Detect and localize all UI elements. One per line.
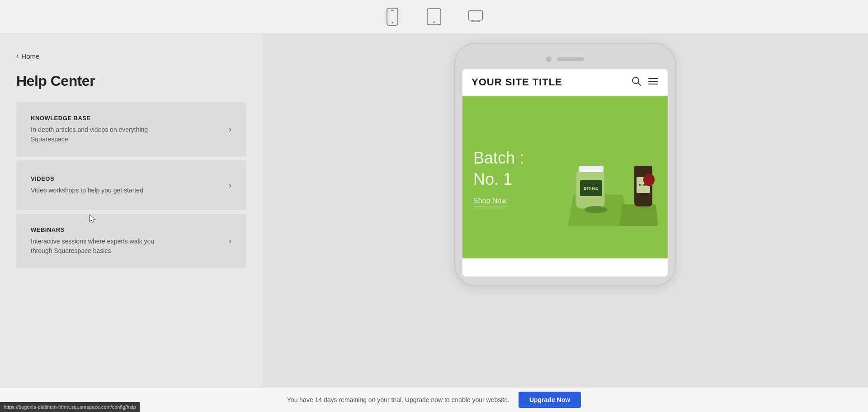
svg-line-8 xyxy=(472,20,473,22)
site-header: YOUR SITE TITLE xyxy=(462,69,668,96)
svg-point-1 xyxy=(392,22,393,23)
webinars-content: WEBINARS Interactive sessions where expe… xyxy=(31,226,222,256)
knowledge-base-title: KNOWLEDGE BASE xyxy=(31,115,222,122)
jar-shape: BRINE xyxy=(576,170,605,209)
device-preview-bar xyxy=(0,0,868,34)
back-arrow-icon: ‹ xyxy=(16,52,19,60)
beet-shape xyxy=(643,173,655,186)
jar-lid xyxy=(579,166,604,172)
videos-arrow: › xyxy=(229,181,231,190)
hero-headline: Batch : No. 1 xyxy=(473,148,566,190)
svg-line-11 xyxy=(638,83,641,85)
trial-message: You have 14 days remaining on your trial… xyxy=(287,396,509,403)
desktop-device-button[interactable] xyxy=(468,8,483,26)
svg-line-9 xyxy=(478,20,480,22)
bottle-platform xyxy=(619,204,658,226)
page-title: Help Center xyxy=(16,73,246,89)
site-preview-panel: YOUR SITE TITLE xyxy=(262,34,868,387)
site-footer-strip xyxy=(462,258,668,276)
webinars-arrow: › xyxy=(229,236,231,246)
hero-image: BRINE BRIN xyxy=(566,118,657,236)
webinars-title: WEBINARS xyxy=(31,226,222,233)
back-link[interactable]: ‹ Home xyxy=(16,52,246,60)
knowledge-base-card[interactable]: KNOWLEDGE BASE In-depth articles and vid… xyxy=(16,102,246,157)
webinars-card[interactable]: WEBINARS Interactive sessions where expe… xyxy=(16,214,246,268)
phone-mockup: YOUR SITE TITLE xyxy=(454,43,676,286)
mobile-device-button[interactable] xyxy=(385,8,400,26)
videos-content: VIDEOS Video workshops to help you get s… xyxy=(31,175,222,195)
jar-label-text: BRINE xyxy=(584,186,599,191)
videos-title: VIDEOS xyxy=(31,175,222,182)
menu-icon[interactable] xyxy=(648,76,659,88)
phone-speaker xyxy=(557,57,584,61)
hero-cta[interactable]: Shop Now xyxy=(473,197,507,206)
knowledge-base-arrow: › xyxy=(229,125,231,134)
webinars-desc: Interactive sessions where experts walk … xyxy=(31,237,175,256)
svg-rect-5 xyxy=(469,11,483,20)
hero-section: Batch : No. 1 Shop Now BRINE xyxy=(462,96,668,258)
svg-rect-2 xyxy=(391,10,394,11)
videos-desc: Video workshops to help you get started xyxy=(31,186,175,195)
jar-label: BRINE xyxy=(580,180,602,196)
device-selector[interactable] xyxy=(385,8,483,26)
videos-card[interactable]: VIDEOS Video workshops to help you get s… xyxy=(16,160,246,210)
cucumber-slice xyxy=(585,206,607,213)
site-header-icons xyxy=(632,76,659,88)
svg-point-4 xyxy=(433,21,435,23)
status-url-text: https://begonia-platinum-hfmw.squarespac… xyxy=(4,404,136,410)
phone-screen: YOUR SITE TITLE xyxy=(462,69,668,276)
help-cards-list: KNOWLEDGE BASE In-depth articles and vid… xyxy=(16,102,246,268)
tablet-device-button[interactable] xyxy=(427,8,441,26)
phone-top-bar xyxy=(462,53,668,66)
knowledge-base-desc: In-depth articles and videos on everythi… xyxy=(31,125,175,144)
help-center-panel: ‹ Home Help Center KNOWLEDGE BASE In-dep… xyxy=(0,34,262,387)
site-title: YOUR SITE TITLE xyxy=(472,76,562,88)
search-icon[interactable] xyxy=(632,76,642,88)
status-url-bar: https://begonia-platinum-hfmw.squarespac… xyxy=(0,402,140,412)
hero-text: Batch : No. 1 Shop Now xyxy=(473,148,566,207)
upgrade-now-button[interactable]: Upgrade Now xyxy=(519,392,581,408)
dark-bottle: BRIN xyxy=(634,166,652,206)
phone-camera xyxy=(546,56,552,62)
knowledge-base-content: KNOWLEDGE BASE In-depth articles and vid… xyxy=(31,115,222,144)
back-label: Home xyxy=(21,52,39,60)
